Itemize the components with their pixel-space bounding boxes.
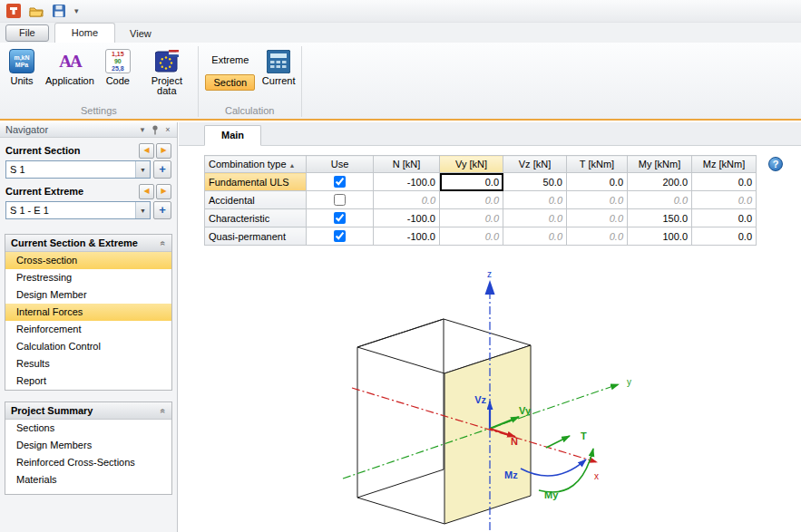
nav-item-reinforced-cross-sections[interactable]: Reinforced Cross-Sections — [5, 454, 171, 471]
tab-file[interactable]: File — [5, 24, 49, 42]
section-button[interactable]: Section — [205, 74, 255, 91]
table-row-accidental: Accidental 0.0 0.0 0.0 0.0 0.0 0.0 — [205, 191, 757, 209]
col-header-use[interactable]: Use — [307, 156, 374, 173]
navigator-close-button[interactable]: × — [161, 124, 174, 136]
qat-customize-button[interactable]: ▾ — [72, 6, 82, 15]
combo-dropdown-icon[interactable]: ▼ — [135, 161, 150, 178]
prev-extreme-button[interactable]: ◀ — [139, 184, 154, 199]
extreme-button[interactable]: Extreme — [203, 52, 257, 68]
ribbon-group-settings: m,kN MPa Units AA Application 1,15 90 25… — [2, 43, 196, 119]
group-header-project-summary[interactable]: Project Summary « — [5, 402, 171, 420]
project-data-button[interactable]: Project data — [138, 46, 196, 99]
value-cell[interactable]: 0.0 — [503, 227, 567, 246]
project-data-label: Project data — [142, 76, 192, 96]
value-cell[interactable]: 50.0 — [503, 173, 567, 191]
use-checkbox[interactable] — [334, 176, 346, 188]
combo-dropdown-icon[interactable]: ▼ — [135, 202, 150, 218]
tab-main[interactable]: Main — [204, 125, 261, 146]
value-cell[interactable]: -100.0 — [374, 227, 440, 246]
project-data-icon — [154, 49, 180, 73]
plus-icon: + — [159, 164, 166, 175]
value-cell[interactable]: 0.0 — [567, 173, 628, 191]
app-icon[interactable] — [4, 2, 24, 20]
nav-item-design-member[interactable]: Design Member — [5, 286, 171, 304]
add-extreme-button[interactable]: + — [153, 201, 171, 219]
col-header-combination-type[interactable]: Combination type▲ — [205, 156, 307, 173]
use-checkbox[interactable] — [334, 212, 346, 224]
combination-type-cell[interactable]: Quasi-permanent — [205, 227, 307, 246]
value-cell[interactable]: 0.0 — [692, 209, 757, 227]
value-cell[interactable]: 0.0 — [692, 227, 757, 246]
col-header-vz[interactable]: Vz [kN] — [503, 156, 567, 173]
add-section-button[interactable]: + — [153, 160, 171, 179]
nav-item-report[interactable]: Report — [5, 372, 171, 390]
nav-item-sections[interactable]: Sections — [5, 420, 171, 437]
ribbon-tab-bar: File Home View — [0, 23, 801, 43]
current-extreme-label: Current Extreme — [5, 186, 137, 197]
help-icon[interactable]: ? — [768, 157, 783, 171]
combination-type-cell[interactable]: Fundamental ULS — [205, 173, 307, 191]
nav-item-materials[interactable]: Materials — [5, 471, 171, 488]
section-combobox[interactable]: S 1 ▼ — [5, 160, 151, 179]
code-button[interactable]: 1,15 90 25,8 Code — [98, 46, 138, 89]
value-cell[interactable]: -100.0 — [374, 173, 440, 191]
combination-type-cell[interactable]: Characteristic — [205, 209, 307, 227]
collapse-icon[interactable]: « — [159, 408, 169, 413]
current-button[interactable]: Current — [259, 46, 299, 89]
nav-item-prestressing[interactable]: Prestressing — [5, 269, 171, 286]
value-cell[interactable]: 200.0 — [628, 173, 692, 191]
nav-item-cross-section[interactable]: Cross-section — [5, 252, 171, 269]
tab-view[interactable]: View — [115, 24, 166, 43]
open-button[interactable] — [26, 2, 46, 20]
value-cell[interactable]: 150.0 — [628, 209, 692, 227]
value-cell[interactable]: 0.0 — [440, 191, 503, 209]
application-button[interactable]: AA Application — [42, 46, 98, 89]
extreme-combobox[interactable]: S 1 - E 1 ▼ — [5, 201, 151, 219]
table-row-quasi-permanent: Quasi-permanent -100.0 0.0 0.0 0.0 100.0… — [205, 227, 757, 246]
settings-group-label: Settings — [2, 104, 196, 119]
next-extreme-button[interactable]: ▶ — [156, 184, 171, 199]
prev-section-button[interactable]: ◀ — [139, 143, 154, 159]
use-checkbox[interactable] — [334, 230, 346, 242]
value-cell[interactable]: 0.0 — [503, 209, 567, 227]
units-button[interactable]: m,kN MPa Units — [2, 46, 42, 89]
selected-cell[interactable]: 0.0 — [440, 173, 503, 191]
col-header-mz[interactable]: Mz [kNm] — [692, 156, 757, 173]
nav-item-internal-forces[interactable]: Internal Forces — [5, 304, 171, 321]
next-section-button[interactable]: ▶ — [156, 143, 171, 159]
value-cell[interactable]: -100.0 — [374, 209, 440, 227]
vz-label: Vz — [474, 394, 486, 405]
col-header-vy[interactable]: Vy [kN] — [440, 156, 503, 173]
value-cell[interactable]: 0.0 — [567, 191, 628, 209]
value-cell[interactable]: 0.0 — [503, 191, 567, 209]
col-header-n[interactable]: N [kN] — [374, 156, 440, 173]
tab-home[interactable]: Home — [54, 23, 115, 43]
value-cell[interactable]: 0.0 — [567, 209, 628, 227]
col-header-my[interactable]: My [kNm] — [628, 156, 692, 173]
group-header-current-section-extreme[interactable]: Current Section & Extreme « — [5, 235, 171, 252]
my-label: My — [544, 489, 559, 500]
nav-item-reinforcement[interactable]: Reinforcement — [5, 321, 171, 338]
value-cell[interactable]: 0.0 — [440, 227, 503, 246]
value-cell[interactable]: 0.0 — [692, 191, 757, 209]
value-cell[interactable]: 100.0 — [628, 227, 692, 246]
nav-item-calculation-control[interactable]: Calculation Control — [5, 338, 171, 355]
navigator-group-project-summary: Project Summary « Sections Design Member… — [5, 401, 172, 495]
application-icon: AA — [57, 49, 83, 73]
pin-icon — [151, 125, 159, 135]
col-header-t[interactable]: T [kNm] — [567, 156, 628, 173]
use-checkbox[interactable] — [334, 194, 346, 206]
nav-item-design-members[interactable]: Design Members — [5, 437, 171, 454]
collapse-icon[interactable]: « — [159, 240, 169, 246]
save-button[interactable] — [49, 2, 69, 20]
value-cell[interactable]: 0.0 — [628, 191, 692, 209]
navigator-menu-button[interactable]: ▾ — [136, 124, 149, 136]
navigator-pin-button[interactable] — [149, 124, 161, 136]
nav-item-results[interactable]: Results — [5, 355, 171, 372]
value-cell[interactable]: 0.0 — [374, 191, 440, 209]
value-cell[interactable]: 0.0 — [567, 227, 628, 246]
value-cell[interactable]: 0.0 — [440, 209, 503, 227]
combination-type-cell[interactable]: Accidental — [205, 191, 307, 209]
value-cell[interactable]: 0.0 — [692, 173, 757, 191]
chevron-down-icon: ▾ — [141, 125, 145, 134]
